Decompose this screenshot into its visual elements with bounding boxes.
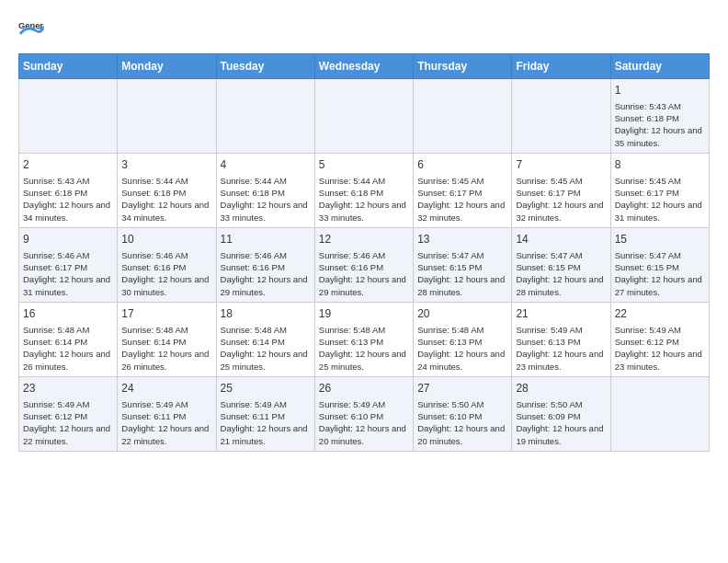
day-cell <box>216 79 314 154</box>
day-cell <box>512 79 610 154</box>
day-number: 14 <box>516 232 606 247</box>
day-info: Sunset: 6:13 PM <box>417 336 507 348</box>
day-cell: 10Sunrise: 5:46 AMSunset: 6:16 PMDayligh… <box>118 227 216 302</box>
day-info: Sunrise: 5:43 AM <box>615 100 705 112</box>
day-info: Sunset: 6:18 PM <box>23 187 113 199</box>
day-info: Daylight: 12 hours and 32 minutes. <box>417 199 507 224</box>
col-header-wednesday: Wednesday <box>314 54 413 79</box>
day-info: Sunrise: 5:46 AM <box>121 249 211 261</box>
day-info: Sunrise: 5:44 AM <box>221 175 311 187</box>
day-cell: 17Sunrise: 5:48 AMSunset: 6:14 PMDayligh… <box>118 302 216 376</box>
day-number: 9 <box>23 232 113 247</box>
day-info: Sunset: 6:09 PM <box>516 410 606 422</box>
day-info: Sunset: 6:11 PM <box>221 410 311 422</box>
day-cell: 12Sunrise: 5:46 AMSunset: 6:16 PMDayligh… <box>314 227 413 302</box>
logo: General <box>18 18 48 44</box>
day-cell: 5Sunrise: 5:44 AMSunset: 6:18 PMDaylight… <box>314 153 413 227</box>
day-cell: 1Sunrise: 5:43 AMSunset: 6:18 PMDaylight… <box>610 79 709 154</box>
day-number: 25 <box>221 381 311 396</box>
day-number: 24 <box>121 381 211 396</box>
day-cell: 8Sunrise: 5:45 AMSunset: 6:17 PMDaylight… <box>610 153 709 227</box>
day-info: Daylight: 12 hours and 23 minutes. <box>615 348 705 373</box>
day-info: Daylight: 12 hours and 25 minutes. <box>319 348 409 373</box>
day-info: Daylight: 12 hours and 33 minutes. <box>221 199 311 224</box>
day-cell: 18Sunrise: 5:48 AMSunset: 6:14 PMDayligh… <box>216 302 314 376</box>
day-cell: 25Sunrise: 5:49 AMSunset: 6:11 PMDayligh… <box>216 376 314 451</box>
day-info: Sunrise: 5:47 AM <box>417 249 507 261</box>
day-cell: 26Sunrise: 5:49 AMSunset: 6:10 PMDayligh… <box>314 376 413 451</box>
day-info: Daylight: 12 hours and 22 minutes. <box>23 422 113 447</box>
week-row-1: 1Sunrise: 5:43 AMSunset: 6:18 PMDaylight… <box>19 79 710 154</box>
day-info: Daylight: 12 hours and 20 minutes. <box>417 422 507 447</box>
day-info: Sunset: 6:14 PM <box>221 336 311 348</box>
day-info: Daylight: 12 hours and 19 minutes. <box>516 422 606 447</box>
day-number: 6 <box>417 157 507 173</box>
day-number: 5 <box>319 157 409 173</box>
day-number: 10 <box>121 232 211 247</box>
col-header-monday: Monday <box>118 54 216 79</box>
day-info: Sunrise: 5:48 AM <box>417 324 507 336</box>
day-info: Daylight: 12 hours and 34 minutes. <box>23 199 113 224</box>
day-cell: 7Sunrise: 5:45 AMSunset: 6:17 PMDaylight… <box>512 153 610 227</box>
day-info: Daylight: 12 hours and 26 minutes. <box>23 348 113 373</box>
day-info: Sunset: 6:18 PM <box>615 112 705 124</box>
day-info: Sunset: 6:10 PM <box>319 410 409 422</box>
day-info: Daylight: 12 hours and 34 minutes. <box>121 199 211 224</box>
day-info: Sunrise: 5:46 AM <box>319 249 409 261</box>
day-info: Sunrise: 5:49 AM <box>319 398 409 410</box>
day-info: Sunrise: 5:44 AM <box>121 175 211 187</box>
day-number: 13 <box>417 232 507 247</box>
day-info: Sunrise: 5:49 AM <box>516 324 606 336</box>
day-info: Sunrise: 5:49 AM <box>23 398 113 410</box>
day-info: Sunrise: 5:45 AM <box>615 175 705 187</box>
day-number: 4 <box>221 157 311 173</box>
header: General <box>18 18 710 44</box>
day-info: Sunset: 6:15 PM <box>615 261 705 273</box>
day-cell: 21Sunrise: 5:49 AMSunset: 6:13 PMDayligh… <box>512 302 610 376</box>
day-info: Daylight: 12 hours and 27 minutes. <box>615 273 705 298</box>
day-info: Sunset: 6:12 PM <box>615 336 705 348</box>
day-info: Sunset: 6:16 PM <box>319 261 409 273</box>
week-row-2: 2Sunrise: 5:43 AMSunset: 6:18 PMDaylight… <box>19 153 710 227</box>
day-info: Daylight: 12 hours and 23 minutes. <box>516 348 606 373</box>
day-number: 3 <box>121 157 211 173</box>
day-number: 21 <box>516 306 606 322</box>
header-row: SundayMondayTuesdayWednesdayThursdayFrid… <box>19 54 710 79</box>
day-number: 7 <box>516 157 606 173</box>
day-info: Sunrise: 5:49 AM <box>221 398 311 410</box>
day-info: Sunset: 6:18 PM <box>121 187 211 199</box>
day-info: Daylight: 12 hours and 22 minutes. <box>121 422 211 447</box>
day-cell: 28Sunrise: 5:50 AMSunset: 6:09 PMDayligh… <box>512 376 610 451</box>
day-info: Daylight: 12 hours and 30 minutes. <box>121 273 211 298</box>
day-info: Daylight: 12 hours and 29 minutes. <box>319 273 409 298</box>
col-header-friday: Friday <box>512 54 610 79</box>
day-number: 12 <box>319 232 409 247</box>
day-info: Daylight: 12 hours and 33 minutes. <box>319 199 409 224</box>
day-info: Sunset: 6:16 PM <box>121 261 211 273</box>
day-info: Sunrise: 5:48 AM <box>121 324 211 336</box>
day-info: Sunset: 6:14 PM <box>23 336 113 348</box>
day-info: Sunset: 6:18 PM <box>221 187 311 199</box>
day-info: Daylight: 12 hours and 28 minutes. <box>516 273 606 298</box>
day-number: 26 <box>319 381 409 396</box>
day-info: Sunrise: 5:46 AM <box>221 249 311 261</box>
day-cell: 6Sunrise: 5:45 AMSunset: 6:17 PMDaylight… <box>414 153 512 227</box>
logo-icon: General <box>18 18 44 44</box>
day-number: 27 <box>417 381 507 396</box>
day-info: Sunrise: 5:49 AM <box>121 398 211 410</box>
day-cell <box>19 79 118 154</box>
day-info: Sunrise: 5:45 AM <box>516 175 606 187</box>
day-number: 18 <box>221 306 311 322</box>
day-info: Sunrise: 5:49 AM <box>615 324 705 336</box>
day-info: Daylight: 12 hours and 29 minutes. <box>221 273 311 298</box>
day-info: Sunset: 6:17 PM <box>615 187 705 199</box>
day-cell <box>610 376 709 451</box>
day-info: Sunrise: 5:47 AM <box>615 249 705 261</box>
day-info: Sunset: 6:18 PM <box>319 187 409 199</box>
day-info: Sunrise: 5:48 AM <box>23 324 113 336</box>
day-info: Sunrise: 5:43 AM <box>23 175 113 187</box>
day-number: 23 <box>23 381 113 396</box>
day-number: 28 <box>516 381 606 396</box>
day-cell: 20Sunrise: 5:48 AMSunset: 6:13 PMDayligh… <box>414 302 512 376</box>
week-row-5: 23Sunrise: 5:49 AMSunset: 6:12 PMDayligh… <box>19 376 710 451</box>
